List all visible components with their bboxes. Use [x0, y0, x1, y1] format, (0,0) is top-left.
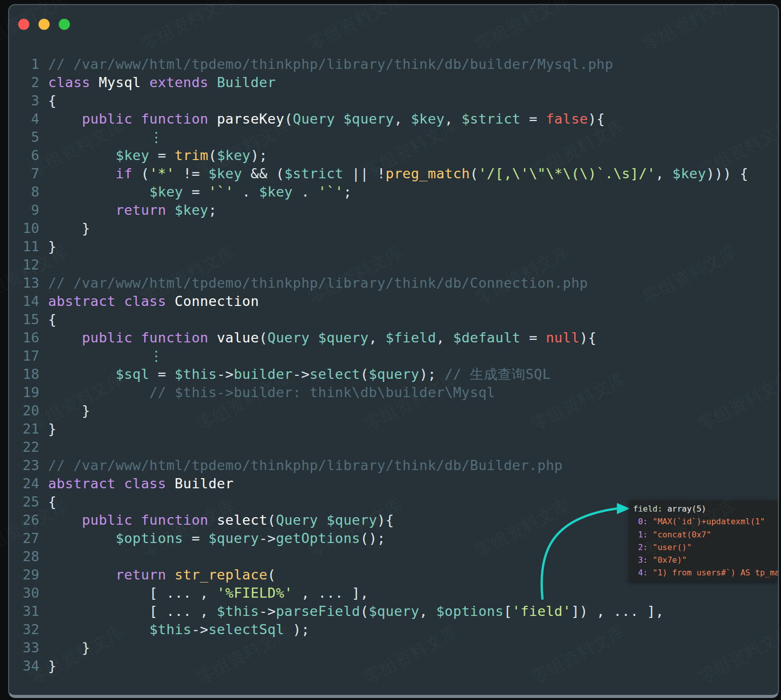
code-token-pl: ,: [445, 111, 461, 127]
code-token-va: $query: [369, 603, 419, 619]
code-token-pl: ->: [293, 366, 309, 382]
code-line: 20 }: [9, 402, 778, 420]
code-token-st: '/[,\'\"\*\(\)`.\s]/': [478, 166, 655, 181]
code-token-el: ⋮: [149, 348, 163, 364]
code-token-pl: , ... ],: [293, 585, 369, 601]
code-token-st: '`': [318, 184, 343, 200]
code-token-wh: Mysql: [99, 74, 141, 90]
code-token-pl: =: [149, 366, 175, 382]
code-line: 17 ⋮: [9, 347, 778, 365]
code-line: 15{: [9, 310, 778, 329]
code-line-source: $key = '`' . $key . '`';: [48, 183, 352, 201]
code-line: 18 $sql = $this->builder->select($query)…: [9, 365, 778, 383]
code-token-pl: [208, 512, 217, 528]
line-number: 6: [9, 146, 40, 165]
code-line: 19 // $this->builder: think\db\builder\M…: [9, 383, 778, 402]
code-token-va: selectSql: [208, 621, 284, 637]
code-token-va: $key: [259, 184, 293, 200]
code-token-pl: (: [267, 512, 276, 528]
code-token-pl: }: [48, 220, 90, 236]
code-token-kw: public function: [82, 512, 209, 528]
line-number: 13: [9, 274, 40, 292]
line-number: 14: [9, 292, 40, 310]
code-token-va: $query: [343, 111, 394, 127]
code-token-pl: [48, 202, 115, 218]
code-line-source: // $this->builder: think\db\builder\Mysq…: [48, 383, 495, 402]
tooltip-row: 1: "concat(0x7": [633, 528, 778, 541]
code-token-st: '`': [208, 184, 233, 200]
code-token-idx: 1:: [633, 530, 648, 539]
code-token-ov: "MAX(`id`)+updatexml(1": [648, 517, 765, 526]
code-token-pl: [335, 111, 343, 127]
line-number: 11: [9, 238, 40, 256]
code-line-source: // /var/www/html/tpdemo/thinkphp/library…: [48, 274, 588, 292]
code-token-pl: );: [419, 366, 445, 382]
code-token-va: parseField: [276, 603, 361, 619]
code-token-pl: [166, 293, 175, 309]
code-line: 9 return $key;: [9, 201, 778, 219]
code-token-pl: ,: [655, 166, 672, 181]
zoom-button[interactable]: [59, 19, 70, 30]
code-token-ov: "0x7e)": [648, 555, 687, 565]
line-number: 7: [9, 165, 40, 183]
code-token-pl: ->: [259, 603, 276, 619]
code-token-va: $this: [149, 621, 191, 637]
line-number: 1: [9, 55, 40, 73]
code-token-kw: abstract class: [48, 476, 166, 491]
code-line-source: $key = trim($key);: [48, 146, 267, 165]
code-line-source: return $key;: [48, 201, 217, 219]
code-token-va: Query: [267, 330, 309, 345]
code-token-va: $this: [175, 366, 217, 382]
code-line-source: }: [48, 402, 90, 420]
code-token-pl: [48, 166, 115, 181]
code-token-idx: 3:: [633, 555, 648, 565]
code-token-va: $key: [411, 111, 445, 127]
line-number: 24: [9, 475, 40, 493]
code-token-pl: ){: [579, 330, 596, 345]
code-token-ov: "1) from users#`) AS tp_max": [648, 568, 778, 577]
code-token-pl: ->: [191, 621, 208, 637]
line-number: 18: [9, 365, 40, 383]
line-number: 29: [9, 566, 40, 584]
line-number: 16: [9, 329, 40, 347]
code-token-kw: public function: [82, 111, 209, 127]
line-number: 10: [9, 219, 40, 238]
code-token-pl: (: [284, 111, 293, 127]
code-token-pl: }: [48, 239, 57, 254]
code-line-source: // /var/www/html/tpdemo/thinkphp/library…: [48, 55, 613, 73]
code-token-pl: ,: [369, 330, 385, 345]
code-line: 3{: [9, 92, 778, 110]
line-number: 23: [9, 456, 40, 475]
code-token-idx: 2:: [633, 542, 648, 552]
code-line-source: public function parseKey(Query $query, $…: [48, 110, 605, 128]
code-token-pl: ,: [436, 330, 453, 345]
close-button[interactable]: [18, 19, 29, 30]
code-token-pl: =: [149, 147, 175, 163]
window-controls: [18, 19, 70, 30]
code-token-pl: (: [259, 330, 267, 345]
line-number: 31: [9, 602, 40, 620]
code-line: 34}: [9, 657, 778, 675]
code-line: 22: [9, 438, 778, 456]
code-line: 24abstract class Builder: [9, 475, 778, 493]
code-token-pl: [141, 74, 149, 90]
code-token-pl: );: [284, 621, 309, 637]
code-line-source: // /var/www/html/tpdemo/thinkphp/library…: [48, 456, 563, 475]
code-token-pl: ))) {: [706, 166, 748, 181]
code-token-pl: [48, 621, 149, 637]
line-number: 32: [9, 620, 40, 639]
code-line: 23// /var/www/html/tpdemo/thinkphp/libra…: [9, 456, 778, 475]
minimize-button[interactable]: [38, 19, 50, 30]
code-line-source: $options = $query->getOptions();: [48, 529, 385, 548]
code-token-va: builder: [233, 366, 293, 382]
code-line: 8 $key = '`' . $key . '`';: [9, 183, 778, 201]
line-number: 27: [9, 529, 40, 548]
code-token-va: $key: [115, 147, 149, 163]
code-token-pl: =: [521, 111, 546, 127]
code-token-kw: extends: [149, 74, 209, 90]
code-token-va: $query: [327, 512, 377, 528]
code-token-cm: // $this->builder: think\db\builder\Mysq…: [149, 384, 495, 400]
code-line-source: }: [48, 657, 57, 675]
code-token-pl: {: [48, 93, 57, 108]
code-token-wh: Connection: [175, 293, 259, 309]
